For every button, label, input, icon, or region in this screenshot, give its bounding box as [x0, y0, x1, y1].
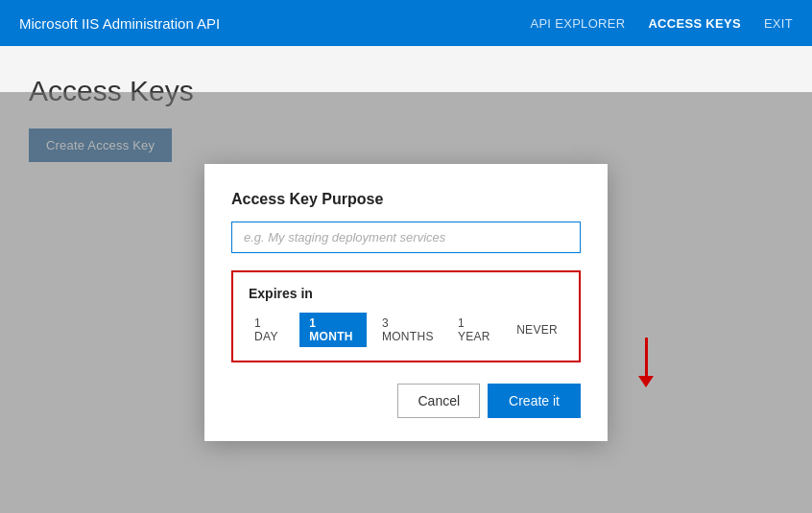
expires-box: Expires in 1 DAY 1 MONTH 3 MONTHS 1 YEAR… [231, 270, 581, 362]
modal-wrapper: Access Key Purpose Expires in 1 DAY 1 MO… [204, 164, 608, 441]
nav-access-keys[interactable]: ACCESS KEYS [648, 16, 741, 31]
expires-label: Expires in [249, 286, 563, 301]
arrow-head [638, 376, 654, 387]
header: Microsoft IIS Administration API API EXP… [0, 0, 812, 46]
create-it-button[interactable]: Create it [488, 384, 581, 418]
modal-overlay: Access Key Purpose Expires in 1 DAY 1 MO… [0, 92, 812, 513]
expires-options: 1 DAY 1 MONTH 3 MONTHS 1 YEAR NEVER [249, 313, 563, 347]
nav-exit[interactable]: EXIT [764, 16, 793, 31]
page-background: Access Keys Create Access Key Access Key… [0, 46, 812, 513]
access-key-modal: Access Key Purpose Expires in 1 DAY 1 MO… [204, 164, 608, 441]
arrow-indicator [638, 338, 654, 387]
expire-1-day[interactable]: 1 DAY [249, 314, 290, 346]
app-title: Microsoft IIS Administration API [19, 15, 220, 32]
modal-title: Access Key Purpose [231, 191, 581, 208]
expire-3-months[interactable]: 3 MONTHS [376, 314, 442, 346]
header-nav: API EXPLORER ACCESS KEYS EXIT [530, 16, 793, 31]
modal-footer: Cancel Create it [231, 384, 581, 418]
purpose-input[interactable] [231, 222, 581, 253]
expire-never[interactable]: NEVER [511, 320, 563, 339]
nav-api-explorer[interactable]: API EXPLORER [530, 16, 625, 31]
cancel-button[interactable]: Cancel [397, 384, 480, 418]
expire-1-month[interactable]: 1 MONTH [299, 313, 367, 347]
expire-1-year[interactable]: 1 YEAR [452, 314, 501, 346]
arrow-line [645, 338, 648, 376]
